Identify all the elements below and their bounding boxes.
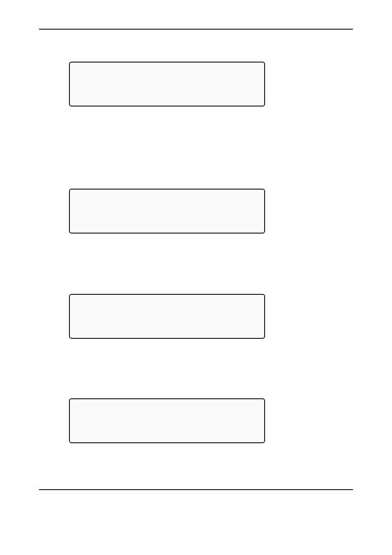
top-rule [39, 29, 353, 30]
content-box-3 [69, 294, 265, 339]
page [0, 0, 392, 555]
content-box-2 [69, 189, 265, 234]
content-box-4 [69, 398, 265, 443]
content-box-1 [69, 62, 265, 106]
bottom-rule [39, 489, 353, 490]
